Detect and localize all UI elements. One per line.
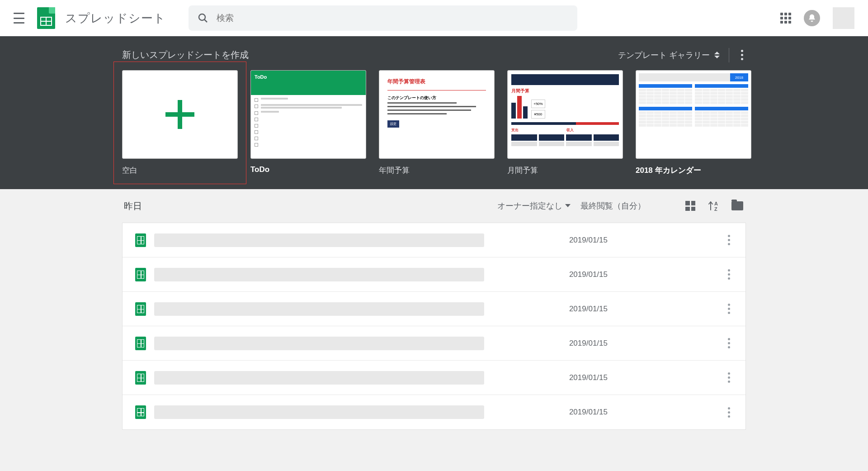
template-card-monthly-budget[interactable]: 月間予算 +50% ¥500	[507, 70, 623, 176]
caret-down-icon	[565, 204, 571, 208]
doc-date: 2019/01/15	[569, 408, 608, 417]
sheets-file-icon	[135, 405, 146, 419]
notifications-button[interactable]	[804, 10, 820, 26]
doc-date: 2019/01/15	[569, 236, 608, 245]
doc-name-placeholder	[154, 233, 484, 247]
doc-date: 2019/01/15	[569, 373, 608, 382]
open-folder-button[interactable]	[731, 199, 744, 213]
doc-date: 2019/01/15	[569, 304, 608, 314]
doc-more-button[interactable]	[725, 335, 733, 351]
docs-list: 2019/01/15 2019/01/15 2019/01/15 2019/01…	[122, 223, 746, 430]
doc-row[interactable]: 2019/01/15	[123, 257, 745, 292]
search-icon	[198, 13, 208, 24]
doc-more-button[interactable]	[725, 370, 733, 385]
template-card-blank[interactable]: 空白	[122, 70, 238, 176]
template-card-todo[interactable]: ToDo ToDo	[250, 70, 366, 176]
template-section: 新しいスプレッドシートを作成 テンプレート ギャラリー	[0, 36, 868, 189]
app-title: スプレッドシート	[65, 10, 166, 26]
sort-az-button[interactable]: A Z	[707, 199, 721, 213]
svg-line-1	[204, 19, 207, 22]
doc-more-button[interactable]	[725, 404, 733, 420]
svg-text:Z: Z	[714, 206, 717, 211]
doc-row[interactable]: 2019/01/15	[123, 361, 745, 395]
doc-date: 2019/01/15	[569, 339, 608, 348]
sheets-file-icon	[135, 337, 146, 350]
grid-icon	[685, 201, 695, 211]
template-label: ToDo	[250, 165, 366, 174]
sheets-file-icon	[135, 302, 146, 316]
sort-az-icon: A Z	[708, 200, 720, 211]
template-gallery-button[interactable]: テンプレート ギャラリー	[618, 50, 720, 61]
owner-filter-label: オーナー指定なし	[497, 200, 562, 211]
template-thumb-calendar: 2018	[636, 70, 751, 159]
doc-date: 2019/01/15	[569, 270, 608, 279]
template-thumb-todo: ToDo	[250, 70, 366, 159]
sheets-file-icon	[135, 268, 146, 281]
app-header: スプレッドシート	[0, 0, 868, 36]
sheets-file-icon	[135, 233, 146, 247]
template-gallery-label: テンプレート ギャラリー	[618, 50, 710, 61]
main-menu-button[interactable]	[14, 13, 24, 24]
docs-heading: 昨日	[124, 200, 142, 212]
doc-row[interactable]: 2019/01/15	[123, 326, 745, 361]
sort-label: 最終閲覧（自分）	[580, 200, 646, 211]
template-label: 2018 年カレンダー	[636, 165, 751, 176]
doc-row[interactable]: 2019/01/15	[123, 292, 745, 326]
doc-more-button[interactable]	[725, 266, 733, 282]
doc-name-placeholder	[154, 371, 484, 385]
template-card-calendar[interactable]: 2018 2018 年カレンダー	[636, 70, 751, 176]
owner-filter-dropdown[interactable]: オーナー指定なし	[497, 200, 571, 211]
doc-more-button[interactable]	[725, 301, 733, 317]
template-section-title: 新しいスプレッドシートを作成	[122, 49, 249, 61]
template-thumb-annual: 年間予算管理表 このテンプレートの使い方 設定	[379, 70, 495, 159]
doc-name-placeholder	[154, 405, 484, 419]
template-more-button[interactable]	[738, 47, 746, 63]
apps-grid-icon[interactable]	[780, 13, 791, 24]
doc-name-placeholder	[154, 268, 484, 281]
search-input[interactable]	[217, 13, 568, 23]
folder-icon	[731, 201, 743, 210]
doc-row[interactable]: 2019/01/15	[123, 395, 745, 429]
unfold-icon	[714, 52, 720, 58]
sheets-file-icon	[135, 371, 146, 385]
grid-view-button[interactable]	[684, 199, 697, 213]
template-label: 年間予算	[379, 165, 495, 176]
account-avatar[interactable]	[833, 7, 854, 29]
doc-name-placeholder	[154, 302, 484, 316]
template-thumb-monthly: 月間予算 +50% ¥500	[507, 70, 623, 159]
sheets-logo-icon[interactable]	[37, 7, 55, 29]
doc-name-placeholder	[154, 337, 484, 350]
docs-section: 昨日 オーナー指定なし 最終閲覧（自分） A Z	[0, 189, 868, 440]
template-row: 空白 ToDo	[122, 70, 746, 176]
svg-point-0	[199, 14, 205, 20]
template-label: 空白	[122, 165, 238, 176]
doc-row[interactable]: 2019/01/15	[123, 223, 745, 257]
search-box[interactable]	[189, 5, 577, 31]
divider	[729, 48, 729, 62]
svg-text:A: A	[714, 201, 718, 206]
doc-more-button[interactable]	[725, 232, 733, 248]
bell-icon	[807, 14, 816, 23]
template-label: 月間予算	[507, 165, 623, 176]
template-thumb-blank	[122, 70, 238, 159]
template-card-annual-budget[interactable]: 年間予算管理表 このテンプレートの使い方 設定 年間予算	[379, 70, 495, 176]
